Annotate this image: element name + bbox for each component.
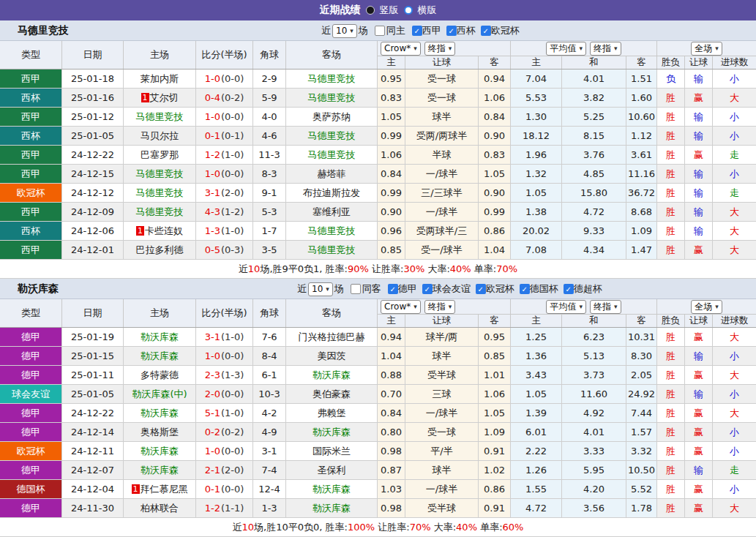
avg-draw-odds: 3.76 [562, 146, 626, 164]
avg-home-odds: 5.53 [511, 89, 562, 107]
match-date: 24-12-06 [62, 222, 124, 240]
summary-text: 单率: [477, 521, 503, 534]
away-team-name: 勒沃库森 [312, 369, 351, 382]
match-count-select[interactable]: 10▾ [332, 24, 357, 38]
avg-away-odds: 1.78 [626, 499, 657, 517]
crow-away-odds: 1.06 [479, 385, 511, 403]
average-select[interactable]: 平均值▾ [546, 42, 586, 56]
same-venue-checkbox[interactable] [375, 26, 385, 36]
same-venue-label: 同主 [386, 24, 405, 37]
scope-select[interactable]: 全场▾ [691, 300, 722, 314]
avg-draw-odds: 5.25 [562, 108, 626, 126]
goals-result: 小 [713, 442, 756, 460]
score-cell: 0-2(0-2) [196, 423, 253, 441]
winloss-result: 胜 [657, 423, 685, 441]
avg-home-odds: 4.72 [511, 499, 562, 517]
average-select-value: 平均值 [550, 42, 576, 55]
chevron-down-icon: ▾ [413, 303, 417, 310]
col-header-home: 主场 [124, 41, 196, 69]
league-filter-label: 德甲 [398, 282, 417, 296]
summary-text: 场,胜10平0负0, 胜率: [254, 521, 348, 534]
fulltime-score: 0-5 [205, 244, 220, 255]
summary-text: 100% [348, 522, 375, 533]
scope-select-value: 全场 [695, 42, 712, 55]
horizontal-layout-radio[interactable] [404, 6, 413, 15]
team-section-leverkusen: 勒沃库森 近10▾场同客✓德甲✓球会友谊✓欧冠杯✓德国杯✓德超杯 类型 日期 主… [0, 279, 756, 537]
avg-draw-odds: 4.34 [562, 241, 626, 259]
bookmaker-select[interactable]: Crow*▾ [381, 42, 421, 56]
home-team: 勒沃库森 [124, 461, 196, 479]
average-select[interactable]: 平均值▾ [546, 300, 586, 314]
scope-select[interactable]: 全场▾ [691, 42, 722, 56]
halftime-score: (1-0) [221, 408, 244, 418]
crow-home-odds: 1.05 [378, 108, 405, 126]
score-cell: 3-1(2-0) [196, 184, 253, 202]
average-stage-select[interactable]: 终指▾ [590, 300, 621, 314]
league-filter-checkbox[interactable]: ✓ [520, 284, 530, 294]
avg-home-odds: 1.55 [511, 480, 562, 498]
avg-home-odds: 1.38 [511, 203, 562, 221]
subcol-avg-draw: 和 [562, 56, 626, 69]
vertical-layout-radio[interactable] [366, 6, 375, 15]
avg-away-odds: 36.72 [626, 184, 657, 202]
score-cell: 1-0(0-0) [196, 108, 253, 126]
avg-away-odds: 2.05 [626, 366, 657, 384]
away-team: 勒沃库森 [286, 499, 378, 517]
bookmaker-select[interactable]: Crow*▾ [381, 300, 421, 314]
avg-home-odds: 1.05 [511, 385, 562, 403]
avg-away-odds: 5.52 [626, 480, 657, 498]
crow-home-odds: 0.87 [378, 461, 405, 479]
corner-count: 12-4 [253, 480, 286, 498]
crow-odds-stage-select[interactable]: 终指▾ [424, 42, 456, 56]
home-team-name: 勒沃库森 [141, 445, 179, 458]
league-filter-checkbox[interactable]: ✓ [412, 26, 422, 36]
section-title-bar: 近期战绩 竖版 横版 [0, 0, 756, 20]
corner-count: 5-9 [253, 89, 286, 107]
match-date: 24-12-11 [62, 442, 124, 460]
away-team: 马德里竞技 [286, 241, 378, 259]
crow-away-odds: 1.06 [479, 89, 511, 107]
avg-draw-odds: 5.95 [562, 461, 626, 479]
league-filter-checkbox[interactable]: ✓ [388, 284, 398, 294]
crow-handicap: 受一球 [405, 89, 479, 107]
handicap-result: 赢 [685, 480, 713, 498]
avg-home-odds: 7.04 [511, 70, 562, 88]
home-team: 1拜仁慕尼黑 [124, 480, 196, 498]
rank-badge: 1 [136, 226, 144, 236]
goals-result: 小 [713, 347, 756, 365]
crow-home-odds: 0.99 [378, 127, 405, 145]
league-filter-checkbox[interactable]: ✓ [476, 284, 486, 294]
col-header-away: 客场 [286, 299, 378, 327]
goals-result: 大 [713, 328, 756, 346]
fulltime-score: 0-1 [205, 484, 220, 495]
crow-away-odds: 0.90 [479, 184, 511, 202]
crow-away-odds: 1.04 [479, 241, 511, 259]
league-filter-checkbox[interactable]: ✓ [446, 26, 457, 36]
filter-games-label: 场 [359, 24, 368, 37]
crow-handicap: 半球 [405, 146, 479, 164]
league-filter-checkbox[interactable]: ✓ [422, 284, 433, 294]
crow-home-odds: 0.80 [378, 423, 405, 441]
scope-select-value: 全场 [695, 301, 712, 313]
away-team: 马德里竞技 [286, 222, 378, 240]
recent-results-page: 近期战绩 竖版 横版 马德里竞技 近10▾场同主✓西甲✓西杯✓欧冠杯 类型 日期… [0, 0, 756, 537]
halftime-score: (2-0) [221, 187, 244, 198]
same-venue-checkbox[interactable] [351, 284, 361, 294]
league-filter-checkbox[interactable]: ✓ [481, 26, 491, 36]
avg-away-odds: 24.92 [626, 385, 657, 403]
fulltime-score: 4-3 [205, 206, 220, 217]
crow-handicap: 受一/球半 [405, 241, 479, 259]
match-count-select[interactable]: 10▾ [308, 282, 333, 296]
avg-draw-odds: 3.82 [562, 89, 626, 107]
odds-subheaders: 主 让球 客 主 和 客 胜负 让球 进球数 [378, 315, 756, 327]
crow-away-odds: 1.09 [479, 423, 511, 441]
crow-handicap: 一/球半 [405, 165, 479, 183]
subcol-goals: 进球数 [713, 56, 756, 69]
crow-handicap: 球半 [405, 461, 479, 479]
average-stage-select[interactable]: 终指▾ [590, 42, 621, 56]
league-filter-checkbox[interactable]: ✓ [564, 284, 574, 294]
summary-text: 30% [403, 263, 424, 274]
fulltime-score: 1-0 [205, 168, 220, 179]
corner-count: 2-9 [253, 70, 286, 88]
crow-odds-stage-select[interactable]: 终指▾ [424, 300, 456, 314]
